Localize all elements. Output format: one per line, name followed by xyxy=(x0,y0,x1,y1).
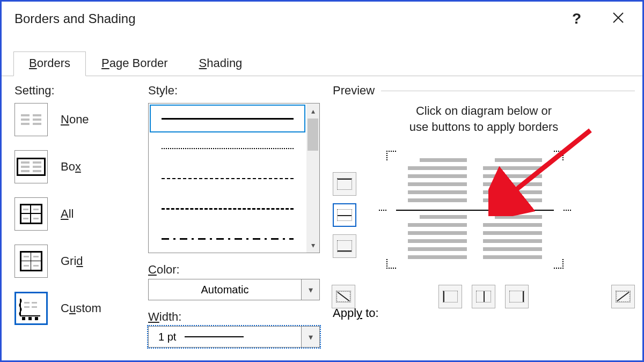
setting-custom-label: Custom xyxy=(61,301,101,315)
preview-area: Apply to: xyxy=(333,140,635,317)
corner-marker xyxy=(386,259,396,269)
svg-line-11 xyxy=(617,292,629,301)
border-bottom-button[interactable] xyxy=(333,234,356,258)
applied-middle-border xyxy=(396,210,554,211)
style-dash-dot[interactable] xyxy=(149,224,306,253)
style-column: Style: ▴ ▾ Color: Automatic ▾ xyxy=(148,84,320,360)
setting-box-label: Box xyxy=(61,160,81,174)
tab-page-border[interactable]: Page Border xyxy=(86,51,184,76)
border-hmiddle-icon xyxy=(337,209,352,221)
svg-rect-4 xyxy=(22,317,25,320)
border-diag-up-button[interactable] xyxy=(611,285,635,308)
paragraph-preview xyxy=(483,158,542,202)
chevron-down-icon: ▾ xyxy=(309,332,313,342)
border-diag-down-icon xyxy=(336,291,351,302)
width-dropdown-button[interactable]: ▾ xyxy=(301,327,319,347)
border-top-icon xyxy=(337,178,352,190)
close-button[interactable] xyxy=(607,9,630,28)
chevron-down-icon: ▾ xyxy=(309,285,313,295)
svg-rect-2 xyxy=(24,306,30,308)
width-combo[interactable]: 1 pt ▾ xyxy=(148,326,320,348)
svg-rect-0 xyxy=(24,302,30,304)
color-label: Color: xyxy=(148,263,320,277)
setting-label: Setting: xyxy=(14,84,135,98)
border-hmiddle-button[interactable] xyxy=(333,203,356,227)
line-solid-icon xyxy=(162,118,294,120)
color-value: Automatic xyxy=(149,284,301,296)
border-top-button[interactable] xyxy=(333,172,356,196)
border-diag-up-icon xyxy=(616,291,631,302)
style-list xyxy=(149,104,306,253)
title-bar: Borders and Shading ? xyxy=(2,2,642,32)
setting-custom[interactable]: Custom xyxy=(14,292,135,325)
width-sample-line-icon xyxy=(185,336,244,337)
dialog-body: Setting: None Box xyxy=(2,76,642,360)
border-none-icon xyxy=(14,103,48,136)
divider xyxy=(381,91,635,91)
border-vmiddle-icon xyxy=(476,291,491,302)
mid-marker xyxy=(379,210,386,211)
preview-label: Preview xyxy=(333,84,635,98)
style-dash-long[interactable] xyxy=(149,194,306,224)
corner-marker xyxy=(386,151,396,160)
scroll-up-button[interactable]: ▴ xyxy=(306,104,319,119)
setting-box[interactable]: Box xyxy=(14,150,135,183)
scroll-track[interactable] xyxy=(306,119,319,238)
svg-rect-5 xyxy=(28,317,32,320)
style-dash-short[interactable] xyxy=(149,164,306,194)
line-dash-long-icon xyxy=(162,208,294,210)
apply-to-label: Apply to: xyxy=(333,306,379,320)
setting-all[interactable]: All xyxy=(14,197,135,231)
preview-bottom-buttons xyxy=(332,285,635,308)
svg-rect-3 xyxy=(32,306,37,308)
width-value: 1 pt xyxy=(149,331,301,343)
line-dotted-icon xyxy=(162,148,294,149)
tab-borders[interactable]: Borders xyxy=(13,51,86,76)
tab-shading[interactable]: Shading xyxy=(184,51,258,76)
border-all-icon xyxy=(14,197,48,231)
border-box-icon xyxy=(14,150,48,183)
setting-list: None Box xyxy=(14,103,135,325)
mid-marker xyxy=(564,210,571,211)
svg-rect-6 xyxy=(35,317,38,320)
style-scrollbar[interactable]: ▴ ▾ xyxy=(306,104,319,253)
preview-side-buttons xyxy=(333,172,356,258)
border-custom-icon xyxy=(14,292,48,325)
border-right-icon xyxy=(509,291,524,302)
preview-diagram[interactable] xyxy=(386,151,564,269)
width-label: Width: xyxy=(148,310,320,324)
preview-hint: Click on diagram below or use buttons to… xyxy=(333,103,635,135)
scroll-thumb[interactable] xyxy=(308,119,318,151)
style-solid[interactable] xyxy=(149,104,306,134)
corner-marker xyxy=(554,151,564,160)
border-left-button[interactable] xyxy=(438,285,462,308)
paragraph-preview xyxy=(483,215,542,259)
border-vmiddle-button[interactable] xyxy=(472,285,495,308)
style-listbox[interactable]: ▴ ▾ xyxy=(148,103,320,253)
border-diag-down-button[interactable] xyxy=(332,285,355,308)
setting-column: Setting: None Box xyxy=(14,84,135,360)
style-label: Style: xyxy=(148,84,320,98)
line-dash-short-icon xyxy=(162,178,294,179)
style-dotted[interactable] xyxy=(149,134,306,164)
border-bottom-icon xyxy=(337,240,352,252)
setting-grid[interactable]: Grid xyxy=(14,245,135,278)
setting-none[interactable]: None xyxy=(14,103,135,136)
close-icon xyxy=(612,12,624,24)
color-dropdown-button[interactable]: ▾ xyxy=(301,279,319,300)
svg-rect-1 xyxy=(32,302,37,304)
help-button[interactable]: ? xyxy=(572,10,581,27)
setting-all-label: All xyxy=(61,207,74,221)
tab-strip: Borders Page Border Shading xyxy=(2,51,642,76)
line-dash-dot-icon xyxy=(162,238,294,240)
paragraph-preview xyxy=(408,215,467,259)
border-right-button[interactable] xyxy=(505,285,529,308)
paragraph-preview xyxy=(408,158,467,202)
scroll-down-button[interactable]: ▾ xyxy=(306,238,319,253)
color-combo[interactable]: Automatic ▾ xyxy=(148,279,320,300)
preview-column: Preview Click on diagram below or use bu… xyxy=(333,84,635,360)
border-left-icon xyxy=(443,291,458,302)
borders-shading-dialog: Borders and Shading ? Borders Page Borde… xyxy=(2,2,642,360)
corner-marker xyxy=(554,259,564,269)
setting-grid-label: Grid xyxy=(61,254,83,268)
